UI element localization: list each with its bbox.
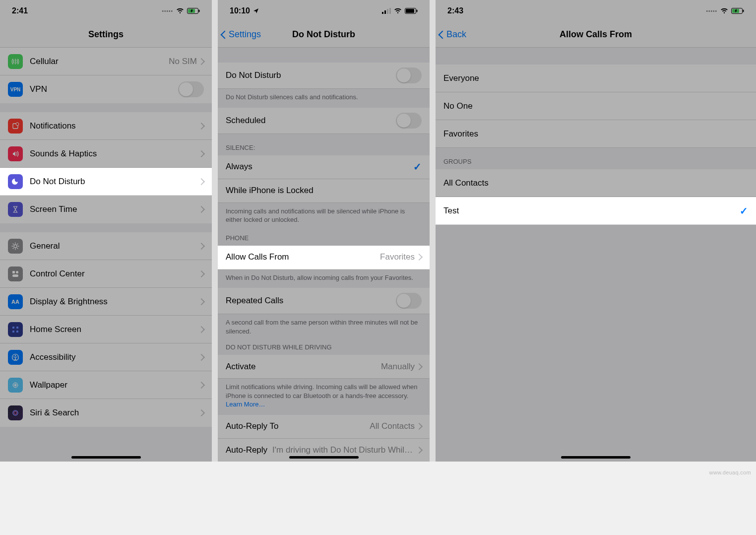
settings-row-homescreen[interactable]: Home Screen: [0, 316, 212, 343]
option-everyone[interactable]: Everyone: [436, 65, 756, 92]
chevron-right-icon: [200, 58, 204, 65]
phone-header: PHONE: [218, 230, 430, 246]
sounds-icon: [8, 146, 23, 161]
battery-icon: [405, 8, 418, 14]
svg-rect-12: [16, 331, 18, 333]
chevron-right-icon: [200, 178, 204, 185]
row-value: Favorites: [380, 252, 415, 262]
chevron-right-icon: [418, 254, 422, 261]
dnd-toggle-row[interactable]: Do Not Disturb: [218, 63, 430, 89]
row-label: Notifications: [30, 121, 200, 131]
row-label: Auto-Reply To: [226, 421, 370, 431]
chevron-right-icon: [418, 363, 422, 370]
display-icon: AA: [8, 294, 23, 309]
row-label: Screen Time: [30, 204, 200, 214]
row-label: VPN: [30, 84, 178, 94]
dnd-screen: 10:10 Settings: [218, 0, 430, 462]
row-value: No SIM: [169, 57, 197, 67]
row-label: While iPhone is Locked: [226, 186, 422, 196]
wifi-icon: [720, 8, 728, 14]
settings-row-accessibility[interactable]: Accessibility: [0, 343, 212, 371]
settings-row-general[interactable]: General: [0, 232, 212, 260]
row-label: Accessibility: [30, 352, 200, 362]
row-label: Activate: [226, 362, 381, 372]
back-button[interactable]: Back: [440, 29, 466, 40]
vpn-toggle[interactable]: [178, 81, 204, 97]
row-value: Manually: [381, 362, 415, 372]
row-label: Siri & Search: [30, 408, 200, 418]
settings-row-screentime[interactable]: Screen Time: [0, 196, 212, 223]
checkmark-icon: ✓: [740, 205, 748, 217]
chevron-right-icon: [200, 382, 204, 389]
row-label: Display & Brightness: [30, 297, 200, 307]
row-label: Wallpaper: [30, 380, 200, 390]
row-value: All Contacts: [370, 421, 415, 431]
status-time: 2:43: [447, 6, 463, 15]
autoreply-to-row[interactable]: Auto-Reply To All Contacts: [218, 415, 430, 439]
chevron-right-icon: [200, 243, 204, 250]
location-icon: [253, 8, 259, 14]
repeated-footer: A second call from the same person withi…: [218, 314, 430, 341]
chevron-right-icon: [200, 270, 204, 277]
always-row[interactable]: Always ✓: [218, 155, 430, 179]
battery-charging-icon: [731, 8, 744, 14]
settings-row-wallpaper[interactable]: Wallpaper: [0, 371, 212, 399]
repeated-toggle[interactable]: [396, 293, 422, 309]
svg-rect-28: [743, 10, 744, 12]
allow-calls-footer: When in Do Not Disturb, allow incoming c…: [218, 269, 430, 288]
nav-bar: Back Allow Calls From: [436, 22, 756, 48]
cellular-dots-icon: •••••: [706, 8, 717, 14]
settings-row-dnd[interactable]: Do Not Disturb: [0, 168, 212, 196]
while-locked-row[interactable]: While iPhone is Locked: [218, 179, 430, 203]
row-label: Everyone: [443, 73, 748, 83]
learn-more-link[interactable]: Learn More…: [226, 401, 265, 408]
settings-row-sounds[interactable]: Sounds & Haptics: [0, 140, 212, 168]
vpn-icon: VPN: [8, 82, 23, 97]
repeated-calls-row[interactable]: Repeated Calls: [218, 288, 430, 314]
settings-row-controlcenter[interactable]: Control Center: [0, 260, 212, 288]
settings-row-cellular[interactable]: Cellular No SIM: [0, 48, 212, 75]
battery-charging-icon: [187, 8, 200, 14]
home-indicator[interactable]: [561, 456, 630, 459]
option-all-contacts[interactable]: All Contacts: [436, 169, 756, 197]
settings-screen: 2:41 ••••• Settings Cellular No SIM: [0, 0, 212, 462]
svg-rect-22: [389, 8, 391, 14]
notifications-icon: [8, 119, 23, 134]
settings-row-notifications[interactable]: Notifications: [0, 112, 212, 140]
dnd-footer: Do Not Disturb silences calls and notifi…: [218, 89, 430, 108]
nav-bar: Settings Do Not Disturb: [218, 22, 430, 48]
svg-rect-10: [16, 327, 18, 329]
silence-footer: Incoming calls and notifications will be…: [218, 203, 430, 230]
activate-row[interactable]: Activate Manually: [218, 355, 430, 379]
page-title: Do Not Disturb: [292, 29, 355, 40]
svg-rect-8: [12, 274, 18, 277]
chevron-right-icon: [200, 298, 204, 305]
row-label: Repeated Calls: [226, 296, 396, 306]
scheduled-toggle[interactable]: [396, 113, 422, 129]
option-test[interactable]: Test ✓: [436, 197, 756, 225]
option-noone[interactable]: No One: [436, 92, 756, 120]
home-indicator[interactable]: [71, 456, 141, 459]
status-bar: 10:10: [218, 0, 430, 22]
option-favorites[interactable]: Favorites: [436, 120, 756, 148]
allow-calls-row[interactable]: Allow Calls From Favorites: [218, 246, 430, 269]
hourglass-icon: [8, 202, 23, 217]
checkmark-icon: ✓: [413, 161, 422, 173]
back-label: Back: [446, 29, 466, 40]
control-center-icon: [8, 267, 23, 281]
chevron-right-icon: [200, 123, 204, 130]
page-title: Allow Calls From: [560, 29, 632, 40]
row-label: Allow Calls From: [226, 252, 380, 262]
settings-row-vpn[interactable]: VPN VPN: [0, 75, 212, 103]
status-time: 2:41: [12, 6, 28, 15]
row-label: Do Not Disturb: [30, 177, 200, 187]
scheduled-row[interactable]: Scheduled: [218, 108, 430, 134]
settings-row-display[interactable]: AA Display & Brightness: [0, 288, 212, 316]
row-label: Test: [443, 206, 740, 216]
row-label: Home Screen: [30, 325, 200, 334]
dnd-toggle[interactable]: [396, 67, 422, 83]
settings-row-siri[interactable]: Siri & Search: [0, 399, 212, 427]
back-button[interactable]: Settings: [222, 29, 261, 40]
svg-rect-25: [417, 10, 418, 12]
home-indicator[interactable]: [289, 456, 359, 459]
